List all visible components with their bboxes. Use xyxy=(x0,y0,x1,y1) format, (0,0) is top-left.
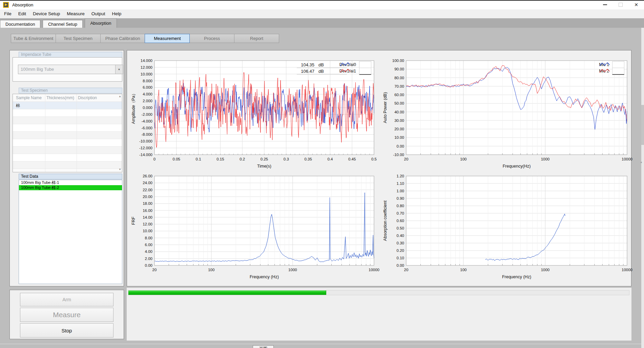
svg-text:80.00: 80.00 xyxy=(394,76,404,80)
stop-button[interactable]: Stop xyxy=(20,323,113,338)
subtab-test-specimen[interactable]: Test Specimen xyxy=(56,34,101,43)
tab-documentation[interactable]: Documentation xyxy=(0,20,40,28)
time-x-ticks: 00.050.10.150.20.250.30.350.40.450.5 xyxy=(153,157,377,161)
svg-text:0.90: 0.90 xyxy=(397,196,404,200)
dropdown-arrow-icon[interactable] xyxy=(115,65,123,74)
time-x-axis-label: Time(s) xyxy=(257,164,271,169)
test-data-item-0[interactable]: 100mm Big Tube-棉-1 xyxy=(19,180,122,185)
legend-line-icon xyxy=(612,68,624,75)
specimen-empty-row xyxy=(13,139,122,147)
impedance-tube-value: 100mm Big Tube xyxy=(21,67,54,72)
svg-text:30.00: 30.00 xyxy=(394,118,404,123)
menu-help[interactable]: Help xyxy=(108,9,125,18)
column-thickness: Thickness(mm) xyxy=(46,95,74,100)
specimen-empty-row xyxy=(13,147,122,154)
subtab-measurement[interactable]: Measurement xyxy=(145,34,190,43)
app-icon xyxy=(3,2,9,8)
bottom-window-tab-label: 画图 xyxy=(253,345,274,348)
scroll-down-icon[interactable] xyxy=(119,168,121,171)
svg-text:2.000: 2.000 xyxy=(143,99,152,103)
window-title: Absorption xyxy=(12,2,33,7)
svg-text:2.00: 2.00 xyxy=(145,257,152,261)
svg-text:10.00: 10.00 xyxy=(143,229,152,233)
svg-text:40.00: 40.00 xyxy=(394,110,404,114)
column-separator xyxy=(45,94,45,172)
bottom-area xyxy=(127,288,631,341)
maximize-button[interactable] xyxy=(613,0,628,9)
svg-text:100: 100 xyxy=(208,268,214,272)
svg-text:14.00: 14.00 xyxy=(143,215,152,219)
svg-text:20.00: 20.00 xyxy=(143,195,152,199)
minimize-icon xyxy=(603,4,607,5)
close-button[interactable] xyxy=(628,0,644,9)
frf-y-axis-label: FRF xyxy=(131,216,136,225)
subtab-phase-calibration[interactable]: Phase Calibration xyxy=(100,34,145,43)
svg-text:100: 100 xyxy=(460,157,466,161)
svg-text:1.10: 1.10 xyxy=(397,181,404,186)
legend-line-icon xyxy=(612,61,624,68)
measure-button[interactable]: Measure xyxy=(20,308,113,322)
svg-text:-6.000: -6.000 xyxy=(141,126,152,130)
svg-text:0.25: 0.25 xyxy=(261,157,268,161)
svg-text:20: 20 xyxy=(404,268,409,272)
arm-button[interactable]: Arm xyxy=(20,293,113,306)
vertical-scrollbar[interactable] xyxy=(641,28,644,348)
menu-measure[interactable]: Measure xyxy=(63,9,88,18)
subtab-process[interactable]: Process xyxy=(189,34,234,43)
autopower-chart: -10.000.0010.0020.0030.0040.0050.0060.00… xyxy=(379,56,632,172)
autopower-y-axis-label: Auto Power (dB) xyxy=(383,92,388,123)
titlebar: Absorption xyxy=(0,0,644,10)
svg-text:0.10: 0.10 xyxy=(397,256,404,260)
collapse-arrow-icon[interactable] xyxy=(640,160,642,164)
svg-text:0.60: 0.60 xyxy=(397,219,404,223)
impedance-tube-select[interactable]: 100mm Big Tube xyxy=(18,65,123,74)
svg-text:0.35: 0.35 xyxy=(304,157,312,161)
svg-text:10000: 10000 xyxy=(369,268,379,272)
subtab-tube-environment[interactable]: Tube & Environment xyxy=(11,34,56,43)
svg-text:0.3: 0.3 xyxy=(284,157,289,161)
bottom-window-tab[interactable]: 画图 xyxy=(253,345,274,348)
svg-text:8.00: 8.00 xyxy=(145,236,152,240)
tab-channel-setup[interactable]: Channel Setup xyxy=(43,20,83,28)
svg-text:16.00: 16.00 xyxy=(143,209,152,213)
svg-text:10.00: 10.00 xyxy=(394,135,404,139)
specimen-empty-row xyxy=(13,109,122,117)
specimen-empty-row xyxy=(13,124,122,132)
menu-file[interactable]: File xyxy=(1,9,15,18)
svg-text:1000: 1000 xyxy=(288,268,297,272)
sidebar-panel: Impendace Tube 100mm Big Tube Test Speci… xyxy=(9,50,124,286)
autopower-plot: -10.000.0010.0020.0030.0040.0050.0060.00… xyxy=(379,56,632,172)
menu-edit[interactable]: Edit xyxy=(15,9,29,18)
scroll-up-icon[interactable] xyxy=(119,95,121,98)
chart-panel: -14.000-12.000-10.000-8.000-6.000-4.000-… xyxy=(127,50,631,286)
svg-text:18.00: 18.00 xyxy=(143,201,152,205)
svg-text:0.00: 0.00 xyxy=(397,144,404,148)
svg-text:14.000: 14.000 xyxy=(141,59,152,63)
test-specimen-header: Test Specimen xyxy=(19,88,122,93)
absorption-page: Tube & Environment Test Specimen Phase C… xyxy=(0,28,644,348)
svg-text:0.00: 0.00 xyxy=(397,263,404,267)
svg-text:22.00: 22.00 xyxy=(143,188,152,192)
svg-text:-8.000: -8.000 xyxy=(141,132,152,136)
specimen-row-cotton[interactable]: 棉 xyxy=(13,102,122,109)
autopower-legend-item[interactable]: Mic 1 xyxy=(599,62,624,68)
svg-text:0.15: 0.15 xyxy=(216,157,224,161)
test-data-item-1[interactable]: 100mm Big Tube-棉-2 xyxy=(19,185,122,190)
svg-text:10.000: 10.000 xyxy=(141,72,152,76)
tab-absorption[interactable]: Absorption xyxy=(85,18,117,28)
frf-x-ticks: 20100100010000 xyxy=(152,268,379,272)
scrollbar-thumb[interactable] xyxy=(641,105,644,145)
minimize-button[interactable] xyxy=(597,0,613,9)
autopower-legend-item[interactable]: Mic 2 xyxy=(599,68,624,74)
svg-text:6.00: 6.00 xyxy=(145,243,152,247)
menu-device-setup[interactable]: Device Setup xyxy=(29,9,63,18)
close-icon xyxy=(634,2,638,8)
menu-output[interactable]: Output xyxy=(88,9,109,18)
frf-plot: 0.002.004.006.008.0010.0012.0014.0016.00… xyxy=(127,171,379,283)
bottom-divider xyxy=(0,344,644,344)
window-controls xyxy=(597,0,644,9)
svg-text:0.30: 0.30 xyxy=(397,241,404,245)
subtab-report[interactable]: Report xyxy=(234,34,279,43)
specimen-empty-row xyxy=(13,132,122,139)
svg-text:60.00: 60.00 xyxy=(394,93,404,97)
